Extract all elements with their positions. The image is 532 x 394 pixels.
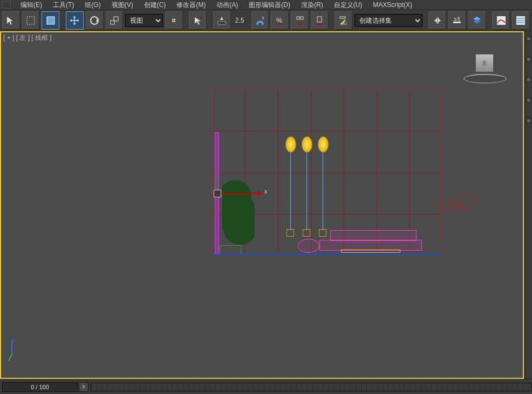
svg-rect-17 <box>317 17 322 22</box>
select-and-move-button[interactable] <box>66 11 84 30</box>
command-panel-strip[interactable] <box>524 31 532 379</box>
floor-line <box>212 254 442 255</box>
view-cube-ring-icon[interactable] <box>463 74 507 84</box>
sofa-object <box>298 230 417 255</box>
view-cube[interactable]: 左 <box>463 54 507 84</box>
svg-rect-18 <box>340 17 345 18</box>
viewport-label[interactable]: [ + ] [ 左 ] [ 线框 ] <box>3 33 52 43</box>
side-lamp-object <box>438 194 481 216</box>
scene-wireframe: x <box>212 89 444 256</box>
select-and-rotate-button[interactable] <box>86 11 104 30</box>
spinner-snap-toggle-button[interactable] <box>311 11 329 30</box>
svg-text:ABC: ABC <box>340 22 347 25</box>
cmd-panel-handle-icon[interactable] <box>527 119 531 123</box>
layer-manager-button[interactable] <box>468 11 486 30</box>
step-forward-button[interactable]: > <box>79 382 88 392</box>
svg-rect-20 <box>453 22 461 23</box>
menu-maxscript[interactable]: MAXScript(X) <box>367 1 418 9</box>
menu-bar: 编辑(E) 工具(T) 组(G) 视图(V) 创建(C) 修改器(M) 动画(A… <box>0 0 532 10</box>
axis-z-label: z <box>13 338 16 343</box>
menu-tools[interactable]: 工具(T) <box>47 0 79 10</box>
svg-rect-16 <box>301 17 303 19</box>
cmd-panel-handle-icon[interactable] <box>527 57 531 61</box>
svg-rect-10 <box>218 22 226 24</box>
named-selection-set-select[interactable]: 创建选择集 <box>354 14 422 27</box>
schematic-view-button[interactable] <box>512 11 530 30</box>
status-bar: 0 / 100 > <box>0 379 532 394</box>
curve-editor-button[interactable] <box>492 11 510 30</box>
snap-spinner-value[interactable]: 2.5 <box>233 13 249 28</box>
move-gizmo-icon[interactable]: x <box>212 183 260 205</box>
main-toolbar: 视图 2.5 3 % ABC 创建选择集 <box>0 10 532 31</box>
menu-rendering[interactable]: 渲染(R) <box>296 0 329 10</box>
svg-rect-1 <box>47 17 54 24</box>
window-crossing-toggle[interactable] <box>42 11 59 30</box>
cmd-panel-handle-icon[interactable] <box>527 98 531 102</box>
keyboard-shortcut-override-button[interactable] <box>213 11 231 30</box>
menu-customize[interactable]: 自定义(U) <box>329 0 368 10</box>
cmd-panel-handle-icon[interactable] <box>527 37 531 41</box>
cmd-panel-handle-icon[interactable] <box>527 78 531 82</box>
angle-snap-toggle-button[interactable]: % <box>271 11 289 30</box>
viewport-area: [ + ] [ 左 ] [ 线框 ] 左 z <box>0 31 532 379</box>
menu-animation[interactable]: 动画(A) <box>211 0 243 10</box>
svg-rect-22 <box>458 17 460 21</box>
app-logo-icon[interactable] <box>2 1 11 9</box>
menu-group[interactable]: 组(G) <box>79 0 106 10</box>
axis-tripod-icon: z <box>8 340 18 362</box>
percent-snap-toggle-button[interactable] <box>291 11 309 30</box>
svg-text:%: % <box>276 17 282 24</box>
menu-create[interactable]: 创建(C) <box>139 0 172 10</box>
svg-point-9 <box>200 17 202 19</box>
select-region-rect-button[interactable] <box>22 11 40 30</box>
pendant-lamp <box>317 136 330 155</box>
mirror-button[interactable] <box>428 11 446 30</box>
svg-rect-0 <box>27 17 35 24</box>
svg-line-5 <box>114 20 114 21</box>
gizmo-x-label: x <box>264 189 267 195</box>
select-object-button[interactable] <box>2 11 20 30</box>
snap-toggle-button[interactable]: 3 <box>251 11 269 30</box>
left-viewport[interactable]: [ + ] [ 左 ] [ 线框 ] 左 z <box>0 31 524 379</box>
track-bar[interactable] <box>91 383 532 391</box>
menu-views[interactable]: 视图(V) <box>106 0 139 10</box>
svg-text:3: 3 <box>262 16 264 20</box>
menu-edit[interactable]: 编辑(E) <box>15 0 47 10</box>
select-and-manipulate-button[interactable] <box>189 11 207 30</box>
svg-rect-15 <box>297 17 299 19</box>
pendant-lamp <box>284 136 297 155</box>
use-pivot-center-button[interactable] <box>165 11 183 30</box>
reference-coord-system-select[interactable]: 视图 <box>125 14 163 27</box>
svg-rect-21 <box>454 18 456 21</box>
select-and-scale-button[interactable] <box>106 11 124 30</box>
align-button[interactable] <box>448 11 466 30</box>
menu-modifiers[interactable]: 修改器(M) <box>171 0 211 10</box>
pendant-lamp <box>301 136 313 155</box>
edit-named-selection-button[interactable]: ABC <box>335 11 352 30</box>
time-slider[interactable]: 0 / 100 <box>2 382 78 392</box>
view-cube-face[interactable]: 左 <box>475 54 494 72</box>
menu-graph-editors[interactable]: 图形编辑器(D) <box>243 0 296 10</box>
